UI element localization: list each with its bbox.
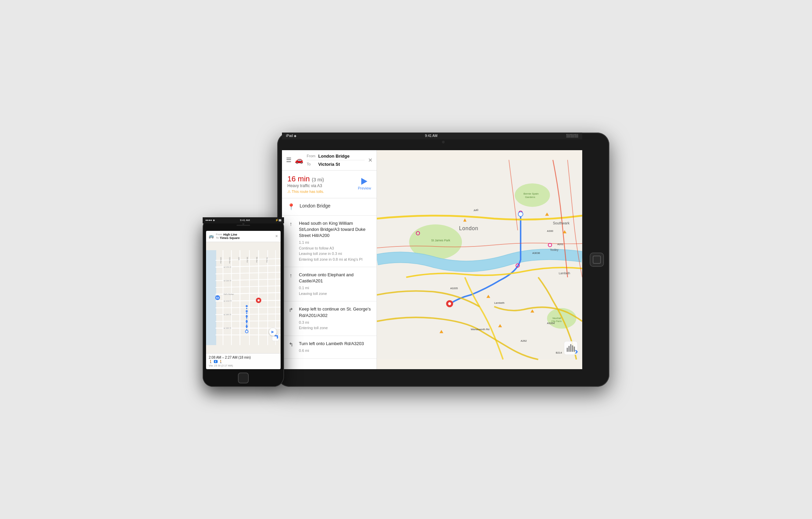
svg-text:W 30th St: W 30th St [224,327,231,329]
from-label: From [307,154,316,158]
route-summary: 16 min (3 mi) Heavy traffic via A3 ⚠ Thi… [282,171,377,198]
svg-text:W 42nd St: W 42nd St [224,300,232,302]
iphone-speaker [237,225,250,226]
svg-point-36 [518,212,523,216]
iphone-from-label: From [216,233,222,236]
iphone-status-bar: ●●●● ◈ 9:41 AM ⚡▮▮ [203,217,284,223]
iphone-transit-info: 🚶 E 🚶 [209,360,278,363]
iphone-navigation-icon[interactable]: ▶ [269,328,277,336]
svg-text:11th Ave: 11th Ave [229,257,231,264]
route-distance: (3 mi) [312,177,324,182]
svg-text:A3036: A3036 [532,251,540,254]
london-map: St James Park Bernie Spain Gardens Vauxh… [377,150,582,369]
ipad-home-button[interactable] [590,253,604,267]
iphone-status-right: ⚡▮▮ [275,219,281,222]
step-4-content: Turn left onto Lambeth Rd/A3203 0.6 mi [299,341,371,354]
step-3-arrow-icon: ↱ [287,307,294,313]
iphone-directions-header: 🚌 From High Line To Times Square ✕ [206,231,281,242]
step-1-arrow-icon: ↑ [287,221,294,227]
iphone-from-value: High Line [223,233,237,236]
ipad-device: iPad ◈ 9:41 AM ⬛⬛⬛ ☰ 🚗 From London Bridg… [277,133,609,387]
step-3-content: Keep left to continue on St. George's Rd… [299,306,371,331]
transit-e-badge: E [214,360,218,363]
route-via: Heavy traffic via A3 [287,183,324,188]
map-area[interactable]: St James Park Bernie Spain Gardens Vauxh… [377,150,582,369]
iphone-route-inputs: From High Line To Times Square [216,233,273,240]
svg-rect-45 [206,250,216,345]
svg-text:7th Ave: 7th Ave [266,257,268,263]
ipad-status-battery: ⬛⬛⬛ [566,134,578,138]
iphone-status-time: 9:41 AM [240,219,250,222]
from-value[interactable]: London Bridge [318,154,349,159]
to-value[interactable]: Victoria St [318,162,340,167]
step-4-detail: 0.6 mi [299,348,371,354]
svg-point-85 [258,299,260,301]
step-2-detail: 0.1 miLeaving toll zone [299,285,371,296]
close-button[interactable]: ✕ [368,157,372,163]
svg-text:12th Ave: 12th Ave [220,257,222,264]
svg-text:W 57th St: W 57th St [224,266,231,268]
svg-text:W 34th St: W 34th St [224,313,231,316]
menu-icon[interactable]: ☰ [286,156,291,164]
svg-rect-38 [567,347,568,352]
svg-text:London: London [459,225,478,231]
step-2-content: Continue onto Elephant and Castle/A201 0… [299,272,371,296]
iphone-via: Via: 23 St (2:17 AM) [209,364,278,367]
step-3-instruction: Keep left to continue on St. George's Rd… [299,306,371,318]
svg-text:Lambeth: Lambeth [494,301,504,304]
step-2-arrow-icon: ↑ [287,273,294,279]
svg-point-81 [246,315,248,317]
svg-point-35 [448,302,451,305]
step-2-instruction: Continue onto Elephant and Castle/A201 [299,272,371,284]
svg-text:W 53rd St: W 53rd St [224,279,231,282]
svg-text:Tooley: Tooley [550,248,559,252]
iphone-home-button[interactable] [238,373,249,383]
preview-button[interactable]: Preview [358,178,371,190]
step-1-detail: 1.1 miContinue to follow A3Leaving toll … [299,240,371,262]
to-row: To Victoria St [307,162,365,167]
svg-text:Hell's Kitchen: Hell's Kitchen [224,293,234,295]
preview-label: Preview [358,186,371,190]
scene: iPad ◈ 9:41 AM ⬛⬛⬛ ☰ 🚗 From London Bridg… [203,133,609,387]
route-inputs: From London Bridge To Victoria St [307,154,365,167]
start-location-label: London Bridge [300,203,330,208]
start-location-item: 📍 London Bridge [282,198,377,216]
svg-text:B214: B214 [556,351,562,354]
svg-text:Wandsworth Rd: Wandsworth Rd [471,327,489,331]
svg-rect-40 [570,344,571,352]
preview-play-icon [361,178,367,185]
svg-text:9A: 9A [216,297,219,299]
location-pin-icon: 📍 [287,203,295,211]
step-item-1: ↑ Head south on King William St/London B… [282,216,377,267]
iphone-to-value: Times Square [220,236,240,240]
svg-text:Lambeth: Lambeth [559,272,570,275]
ipad-status-time: 9:41 AM [425,134,438,138]
svg-point-79 [246,325,248,327]
iphone-device: ●●●● ◈ 9:41 AM ⚡▮▮ 🚌 From High Line To T… [203,217,284,387]
walk-icon-2: 🚶 [219,360,223,363]
ipad-status-left: iPad ◈ [286,134,297,138]
svg-text:Vauxhall: Vauxhall [552,317,561,319]
svg-text:A262: A262 [521,339,527,342]
step-item-3: ↱ Keep left to continue on St. George's … [282,301,377,336]
svg-text:A300: A300 [547,229,553,232]
ipad-screen: ☰ 🚗 From London Bridge To Victoria St [282,150,582,369]
svg-point-82 [246,310,248,312]
iphone-close-button[interactable]: ✕ [275,234,278,238]
iphone-footer: 2:08 AM – 2:27 AM (18 min) 🚶 E 🚶 Via: 23… [206,353,281,369]
step-3-detail: 0.3 miEntering toll zone [299,320,371,331]
iphone-screen: 🚌 From High Line To Times Square ✕ [206,231,281,369]
svg-text:A40: A40 [473,208,479,212]
step-item-4: ↰ Turn left onto Lambeth Rd/A3203 0.6 mi [282,336,377,359]
svg-point-80 [246,320,248,322]
svg-rect-41 [572,345,573,352]
route-toll: ⚠ This route has tolls. [287,189,324,194]
iphone-map[interactable]: W 57th St W 53rd St Hell's Kitchen W 42n… [206,242,281,353]
route-info: 16 min (3 mi) Heavy traffic via A3 ⚠ Thi… [287,175,324,194]
directions-panel: ☰ 🚗 From London Bridge To Victoria St [282,150,377,369]
svg-rect-39 [568,346,569,352]
svg-text:Southwark: Southwark [553,221,570,225]
route-time: 16 min [287,175,310,183]
steps-list: 📍 London Bridge ↑ Head south on King Wil… [282,198,377,369]
step-1-content: Head south on King William St/London Bri… [299,220,371,262]
